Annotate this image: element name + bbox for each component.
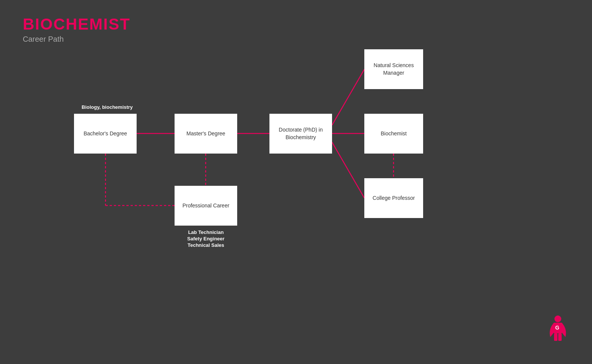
header: BIOCHEMIST Career Path: [23, 15, 131, 44]
page-title: BIOCHEMIST: [23, 15, 131, 33]
technical-sales-label: Technical Sales: [175, 242, 237, 248]
natural-sciences-label: Natural Sciences Manager: [368, 62, 419, 77]
college-professor-box: College Professor: [364, 178, 423, 218]
bachelors-label: Bachelor's Degree: [83, 130, 127, 138]
biochemist-label: Biochemist: [381, 130, 406, 138]
college-professor-label: College Professor: [373, 195, 415, 202]
safety-engineer-label: Safety Engineer: [175, 236, 237, 242]
doctorate-label: Doctorate (PhD) in Biochemistry: [273, 126, 328, 141]
natural-sciences-box: Natural Sciences Manager: [364, 49, 423, 89]
page-subtitle: Career Path: [23, 35, 131, 44]
svg-text:G: G: [555, 325, 559, 331]
professional-career-label: Professional Career: [183, 202, 230, 210]
diagram-lines: [0, 0, 592, 364]
biology-label: Biology, biochemistry: [82, 104, 133, 110]
masters-label: Master's Degree: [186, 130, 225, 138]
svg-line-2: [332, 69, 364, 125]
svg-point-9: [554, 315, 561, 322]
professional-career-box: Professional Career: [175, 186, 237, 226]
svg-line-4: [332, 142, 364, 198]
svg-rect-12: [558, 333, 562, 341]
hero-icon: G: [546, 314, 569, 345]
svg-rect-11: [554, 333, 557, 341]
bachelors-box: Bachelor's Degree: [74, 114, 137, 154]
logo-mascot: G: [546, 314, 569, 349]
masters-box: Master's Degree: [175, 114, 237, 154]
lab-technician-label: Lab Technician: [175, 229, 237, 235]
doctorate-box: Doctorate (PhD) in Biochemistry: [269, 114, 332, 154]
biochemist-box: Biochemist: [364, 114, 423, 154]
sub-labels: Lab Technician Safety Engineer Technical…: [175, 229, 237, 248]
